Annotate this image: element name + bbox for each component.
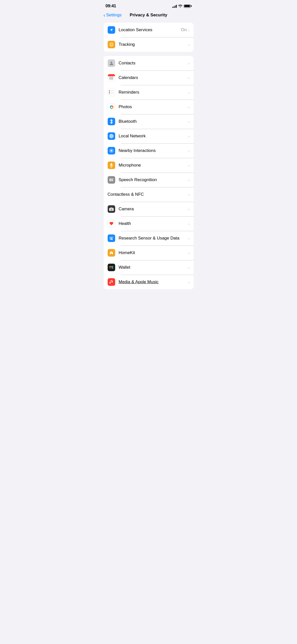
microphone-icon — [108, 162, 115, 169]
section-privacy: Contacts › Calendars › — [104, 56, 194, 289]
nearby-interactions-chevron-icon: › — [188, 149, 190, 153]
camera-row[interactable]: Camera › — [104, 202, 194, 216]
nearby-interactions-label: Nearby Interactions — [119, 148, 188, 153]
svg-point-0 — [110, 44, 111, 44]
camera-chevron-icon: › — [188, 207, 190, 211]
speech-recognition-row[interactable]: Speech Recognition › — [104, 173, 194, 187]
svg-rect-16 — [112, 178, 113, 181]
signal-bars-icon — [172, 5, 177, 8]
svg-rect-25 — [110, 268, 112, 268]
signal-bar-1 — [172, 7, 173, 8]
microphone-chevron-icon: › — [188, 163, 190, 168]
wallet-chevron-icon: › — [188, 265, 190, 270]
wallet-label: Wallet — [119, 265, 188, 270]
health-icon — [108, 220, 115, 227]
svg-rect-21 — [110, 239, 113, 239]
bluetooth-icon — [108, 118, 115, 125]
svg-rect-26 — [112, 266, 113, 269]
reminders-label: Reminders — [119, 90, 188, 95]
local-network-label: Local Network — [119, 134, 188, 139]
svg-rect-24 — [109, 267, 111, 267]
camera-icon — [108, 205, 115, 213]
media-apple-music-row[interactable]: Media & Apple Music › — [104, 275, 194, 289]
svg-point-3 — [110, 62, 112, 63]
camera-label: Camera — [119, 207, 188, 212]
calendars-row[interactable]: Calendars › — [104, 70, 194, 85]
battery-icon — [184, 5, 192, 8]
reminders-chevron-icon: › — [188, 90, 190, 95]
tracking-icon — [108, 41, 115, 48]
research-sensor-row[interactable]: Research Sensor & Usage Data › — [104, 231, 194, 246]
tracking-chevron-icon: › — [188, 43, 190, 47]
back-label: Settings — [106, 13, 121, 18]
microphone-label: Microphone — [119, 163, 188, 168]
calendars-icon — [108, 74, 115, 82]
homekit-icon — [108, 249, 115, 257]
signal-bar-4 — [176, 5, 177, 8]
nearby-interactions-row[interactable]: Nearby Interactions › — [104, 143, 194, 158]
reminders-row[interactable]: Reminders › — [104, 85, 194, 100]
svg-point-9 — [111, 150, 112, 151]
media-apple-music-icon — [108, 278, 115, 286]
health-label: Health — [119, 221, 188, 226]
svg-rect-4 — [113, 62, 114, 63]
speech-recognition-chevron-icon: › — [188, 178, 190, 182]
contacts-label: Contacts — [119, 61, 188, 66]
photos-chevron-icon: › — [188, 105, 190, 109]
bluetooth-row[interactable]: Bluetooth › — [104, 114, 194, 129]
local-network-chevron-icon: › — [188, 134, 190, 138]
calendars-label: Calendars — [119, 75, 188, 80]
svg-rect-19 — [110, 237, 113, 237]
local-network-row[interactable]: Local Network › — [104, 129, 194, 143]
photos-label: Photos — [119, 104, 188, 109]
health-chevron-icon: › — [188, 222, 190, 226]
media-apple-music-chevron-icon: › — [188, 280, 190, 284]
section-location: Location Services On › Tracking › — [104, 23, 194, 52]
microphone-row[interactable]: Microphone › — [104, 158, 194, 173]
location-services-chevron-icon: › — [188, 28, 190, 32]
reminders-icon — [108, 89, 115, 96]
wifi-icon — [178, 4, 182, 8]
speech-recognition-label: Speech Recognition — [119, 177, 188, 182]
calendars-chevron-icon: › — [188, 76, 190, 80]
photos-icon — [108, 103, 115, 111]
tracking-row[interactable]: Tracking › — [104, 37, 194, 52]
local-network-icon — [108, 132, 115, 140]
homekit-chevron-icon: › — [188, 251, 190, 255]
status-icons — [172, 4, 192, 8]
photos-row[interactable]: Photos › — [104, 100, 194, 114]
status-time: 09:41 — [106, 4, 116, 9]
back-chevron-icon: ‹ — [104, 13, 105, 18]
wallet-row[interactable]: Wallet › — [104, 260, 194, 275]
location-services-row[interactable]: Location Services On › — [104, 23, 194, 37]
homekit-label: HomeKit — [119, 250, 188, 255]
svg-point-18 — [111, 209, 112, 210]
svg-rect-20 — [110, 238, 112, 238]
research-sensor-label: Research Sensor & Usage Data — [119, 236, 188, 241]
speech-recognition-icon — [108, 176, 115, 184]
svg-rect-15 — [111, 179, 112, 181]
svg-rect-14 — [110, 178, 111, 182]
location-services-label: Location Services — [119, 27, 181, 32]
page-title: Privacy & Security — [130, 13, 167, 18]
media-apple-music-label: Media & Apple Music — [119, 279, 188, 285]
svg-point-7 — [111, 106, 112, 108]
svg-rect-12 — [111, 163, 112, 166]
bluetooth-label: Bluetooth — [119, 119, 188, 124]
health-row[interactable]: Health › — [104, 216, 194, 231]
contacts-chevron-icon: › — [188, 61, 190, 65]
nearby-interactions-icon — [108, 147, 115, 154]
contactless-nfc-row[interactable]: Contactless & NFC › — [104, 187, 194, 202]
homekit-row[interactable]: HomeKit › — [104, 246, 194, 260]
location-services-value: On — [181, 27, 187, 32]
contactless-nfc-label: Contactless & NFC — [108, 192, 188, 197]
contactless-nfc-chevron-icon: › — [188, 192, 190, 197]
nav-header: ‹ Settings Privacy & Security — [100, 11, 198, 21]
status-bar: 09:41 — [100, 0, 198, 11]
research-sensor-icon — [108, 234, 115, 242]
wallet-icon — [108, 264, 115, 271]
back-button[interactable]: ‹ Settings — [104, 13, 122, 18]
svg-point-1 — [111, 44, 112, 44]
contacts-row[interactable]: Contacts › — [104, 56, 194, 70]
contacts-icon — [108, 59, 115, 67]
